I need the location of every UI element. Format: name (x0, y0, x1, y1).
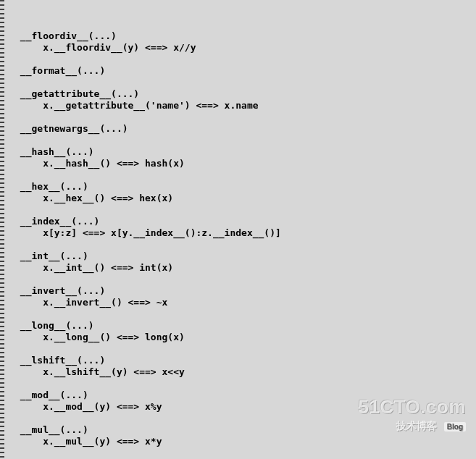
terminal-viewport: __floordiv__(...) x.__floordiv__(y) <==>… (0, 0, 476, 459)
code-listing: __floordiv__(...) x.__floordiv__(y) <==>… (4, 30, 476, 459)
